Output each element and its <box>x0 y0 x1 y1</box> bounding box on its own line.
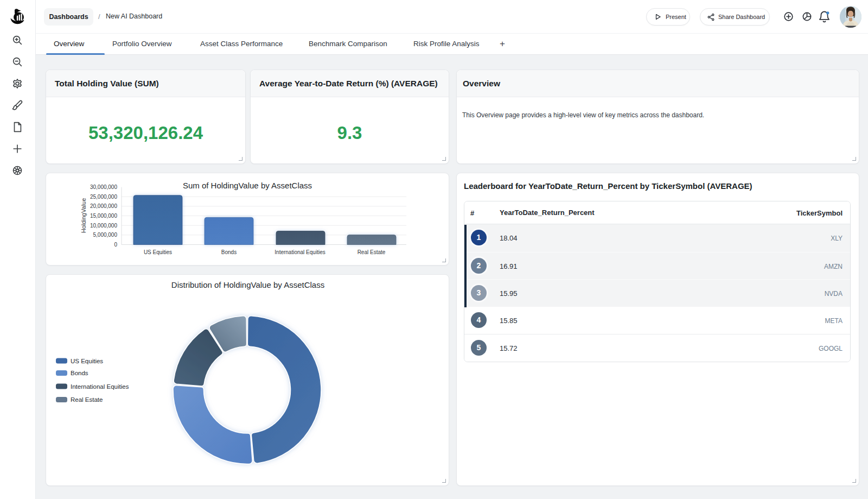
svg-text:US Equities: US Equities <box>144 249 172 255</box>
svg-text:30,000,000: 30,000,000 <box>90 184 117 190</box>
svg-text:0: 0 <box>114 242 117 248</box>
svg-text:Bonds: Bonds <box>221 249 237 255</box>
svg-text:10,000,000: 10,000,000 <box>90 223 117 229</box>
svg-text:International Equities: International Equities <box>71 383 129 390</box>
svg-text:HoldingValue: HoldingValue <box>80 198 87 233</box>
svg-text:Real Estate: Real Estate <box>358 249 386 255</box>
svg-text:20,000,000: 20,000,000 <box>90 203 117 209</box>
svg-text:Bonds: Bonds <box>71 370 88 376</box>
svg-text:25,000,000: 25,000,000 <box>90 194 117 200</box>
svg-text:US Equities: US Equities <box>71 358 103 364</box>
svg-text:International Equities: International Equities <box>275 249 325 255</box>
svg-text:Sum of HoldingValue by AssetCl: Sum of HoldingValue by AssetClass <box>183 181 312 190</box>
svg-text:15,000,000: 15,000,000 <box>90 213 117 219</box>
svg-text:Real Estate: Real Estate <box>71 396 103 403</box>
svg-text:5,000,000: 5,000,000 <box>93 232 118 238</box>
